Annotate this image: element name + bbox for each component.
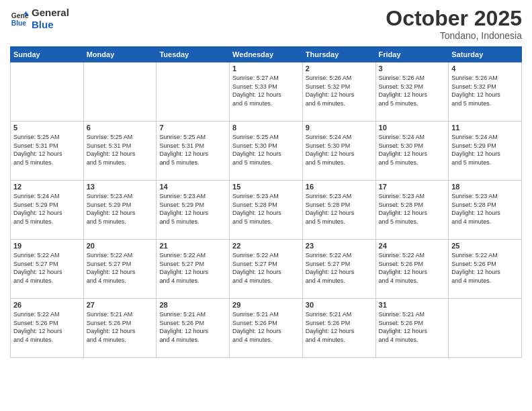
day-cell-21: 21Sunrise: 5:22 AM Sunset: 5:27 PM Dayli… <box>157 240 230 299</box>
empty-cell <box>11 62 84 122</box>
col-header-wednesday: Wednesday <box>230 47 303 62</box>
day-cell-7: 7Sunrise: 5:25 AM Sunset: 5:31 PM Daylig… <box>157 122 230 181</box>
day-number: 23 <box>306 242 373 250</box>
header-row: SundayMondayTuesdayWednesdayThursdayFrid… <box>11 47 522 62</box>
week-row-5: 26Sunrise: 5:22 AM Sunset: 5:26 PM Dayli… <box>11 299 522 358</box>
day-cell-15: 15Sunrise: 5:23 AM Sunset: 5:28 PM Dayli… <box>230 181 303 240</box>
day-info: Sunrise: 5:21 AM Sunset: 5:26 PM Dayligh… <box>306 310 373 344</box>
day-info: Sunrise: 5:22 AM Sunset: 5:27 PM Dayligh… <box>13 251 81 285</box>
day-info: Sunrise: 5:23 AM Sunset: 5:28 PM Dayligh… <box>232 192 300 226</box>
location: Tondano, Indonesia <box>386 30 522 41</box>
day-cell-13: 13Sunrise: 5:23 AM Sunset: 5:29 PM Dayli… <box>83 181 157 240</box>
logo-general: General <box>32 7 69 19</box>
day-number: 30 <box>306 301 373 309</box>
day-cell-28: 28Sunrise: 5:21 AM Sunset: 5:26 PM Dayli… <box>157 299 230 358</box>
col-header-tuesday: Tuesday <box>157 47 230 62</box>
day-cell-31: 31Sunrise: 5:21 AM Sunset: 5:26 PM Dayli… <box>375 299 449 358</box>
day-number: 6 <box>87 124 154 132</box>
day-number: 17 <box>379 183 446 191</box>
day-info: Sunrise: 5:22 AM Sunset: 5:26 PM Dayligh… <box>13 310 81 344</box>
day-info: Sunrise: 5:23 AM Sunset: 5:28 PM Dayligh… <box>451 192 519 226</box>
day-info: Sunrise: 5:24 AM Sunset: 5:30 PM Dayligh… <box>379 133 446 167</box>
week-row-3: 12Sunrise: 5:24 AM Sunset: 5:29 PM Dayli… <box>11 181 522 240</box>
day-number: 14 <box>159 183 226 191</box>
day-cell-8: 8Sunrise: 5:25 AM Sunset: 5:30 PM Daylig… <box>230 122 303 181</box>
day-number: 11 <box>451 124 519 132</box>
day-cell-17: 17Sunrise: 5:23 AM Sunset: 5:28 PM Dayli… <box>375 181 449 240</box>
day-number: 3 <box>379 64 446 73</box>
month-title: October 2025 <box>386 7 522 30</box>
day-number: 12 <box>13 183 81 191</box>
page: General Blue General Blue October 2025 T… <box>0 0 532 411</box>
day-info: Sunrise: 5:22 AM Sunset: 5:26 PM Dayligh… <box>451 251 519 285</box>
day-cell-27: 27Sunrise: 5:21 AM Sunset: 5:26 PM Dayli… <box>83 299 157 358</box>
day-cell-26: 26Sunrise: 5:22 AM Sunset: 5:26 PM Dayli… <box>11 299 84 358</box>
week-row-1: 1Sunrise: 5:27 AM Sunset: 5:33 PM Daylig… <box>11 62 522 122</box>
col-header-saturday: Saturday <box>449 47 522 62</box>
day-cell-16: 16Sunrise: 5:23 AM Sunset: 5:28 PM Dayli… <box>302 181 375 240</box>
day-cell-22: 22Sunrise: 5:22 AM Sunset: 5:27 PM Dayli… <box>230 240 303 299</box>
day-number: 20 <box>87 242 154 250</box>
day-number: 10 <box>379 124 446 132</box>
day-info: Sunrise: 5:22 AM Sunset: 5:27 PM Dayligh… <box>306 251 373 285</box>
day-cell-25: 25Sunrise: 5:22 AM Sunset: 5:26 PM Dayli… <box>449 240 522 299</box>
day-info: Sunrise: 5:24 AM Sunset: 5:29 PM Dayligh… <box>13 192 81 226</box>
day-info: Sunrise: 5:22 AM Sunset: 5:26 PM Dayligh… <box>379 251 446 285</box>
day-number: 21 <box>159 242 226 250</box>
day-cell-6: 6Sunrise: 5:25 AM Sunset: 5:31 PM Daylig… <box>83 122 157 181</box>
day-cell-2: 2Sunrise: 5:26 AM Sunset: 5:32 PM Daylig… <box>302 62 375 122</box>
day-cell-14: 14Sunrise: 5:23 AM Sunset: 5:29 PM Dayli… <box>157 181 230 240</box>
empty-cell <box>449 299 522 358</box>
day-number: 26 <box>13 301 81 309</box>
day-info: Sunrise: 5:21 AM Sunset: 5:26 PM Dayligh… <box>232 310 300 344</box>
day-info: Sunrise: 5:22 AM Sunset: 5:27 PM Dayligh… <box>159 251 226 285</box>
day-number: 25 <box>451 242 519 250</box>
day-cell-18: 18Sunrise: 5:23 AM Sunset: 5:28 PM Dayli… <box>449 181 522 240</box>
calendar-table: SundayMondayTuesdayWednesdayThursdayFrid… <box>10 46 522 358</box>
day-number: 1 <box>232 64 300 73</box>
day-cell-30: 30Sunrise: 5:21 AM Sunset: 5:26 PM Dayli… <box>302 299 375 358</box>
day-cell-20: 20Sunrise: 5:22 AM Sunset: 5:27 PM Dayli… <box>83 240 157 299</box>
day-info: Sunrise: 5:25 AM Sunset: 5:31 PM Dayligh… <box>13 133 81 167</box>
day-number: 24 <box>379 242 446 250</box>
day-info: Sunrise: 5:24 AM Sunset: 5:29 PM Dayligh… <box>451 133 519 167</box>
day-number: 27 <box>87 301 154 309</box>
day-cell-10: 10Sunrise: 5:24 AM Sunset: 5:30 PM Dayli… <box>375 122 449 181</box>
day-info: Sunrise: 5:23 AM Sunset: 5:29 PM Dayligh… <box>159 192 226 226</box>
day-info: Sunrise: 5:22 AM Sunset: 5:27 PM Dayligh… <box>232 251 300 285</box>
day-number: 9 <box>306 124 373 132</box>
day-cell-24: 24Sunrise: 5:22 AM Sunset: 5:26 PM Dayli… <box>375 240 449 299</box>
day-number: 5 <box>13 124 81 132</box>
day-number: 4 <box>451 64 519 73</box>
day-info: Sunrise: 5:21 AM Sunset: 5:26 PM Dayligh… <box>87 310 154 344</box>
day-info: Sunrise: 5:25 AM Sunset: 5:31 PM Dayligh… <box>159 133 226 167</box>
col-header-monday: Monday <box>83 47 157 62</box>
day-cell-29: 29Sunrise: 5:21 AM Sunset: 5:26 PM Dayli… <box>230 299 303 358</box>
day-info: Sunrise: 5:23 AM Sunset: 5:28 PM Dayligh… <box>379 192 446 226</box>
svg-text:Blue: Blue <box>11 19 27 27</box>
week-row-4: 19Sunrise: 5:22 AM Sunset: 5:27 PM Dayli… <box>11 240 522 299</box>
day-number: 29 <box>232 301 300 309</box>
day-info: Sunrise: 5:25 AM Sunset: 5:30 PM Dayligh… <box>232 133 300 167</box>
day-cell-1: 1Sunrise: 5:27 AM Sunset: 5:33 PM Daylig… <box>230 62 303 122</box>
day-cell-4: 4Sunrise: 5:26 AM Sunset: 5:32 PM Daylig… <box>449 62 522 122</box>
day-cell-5: 5Sunrise: 5:25 AM Sunset: 5:31 PM Daylig… <box>11 122 84 181</box>
empty-cell <box>83 62 157 122</box>
day-number: 22 <box>232 242 300 250</box>
logo-icon: General Blue <box>10 9 29 28</box>
day-cell-19: 19Sunrise: 5:22 AM Sunset: 5:27 PM Dayli… <box>11 240 84 299</box>
day-cell-23: 23Sunrise: 5:22 AM Sunset: 5:27 PM Dayli… <box>302 240 375 299</box>
day-cell-9: 9Sunrise: 5:24 AM Sunset: 5:30 PM Daylig… <box>302 122 375 181</box>
day-info: Sunrise: 5:21 AM Sunset: 5:26 PM Dayligh… <box>159 310 226 344</box>
day-cell-3: 3Sunrise: 5:26 AM Sunset: 5:32 PM Daylig… <box>375 62 449 122</box>
day-info: Sunrise: 5:21 AM Sunset: 5:26 PM Dayligh… <box>379 310 446 344</box>
day-info: Sunrise: 5:23 AM Sunset: 5:28 PM Dayligh… <box>306 192 373 226</box>
empty-cell <box>157 62 230 122</box>
col-header-friday: Friday <box>375 47 449 62</box>
day-info: Sunrise: 5:26 AM Sunset: 5:32 PM Dayligh… <box>306 74 373 107</box>
day-number: 15 <box>232 183 300 191</box>
day-number: 16 <box>306 183 373 191</box>
day-info: Sunrise: 5:27 AM Sunset: 5:33 PM Dayligh… <box>232 74 300 107</box>
day-number: 7 <box>159 124 226 132</box>
day-info: Sunrise: 5:22 AM Sunset: 5:27 PM Dayligh… <box>87 251 154 285</box>
